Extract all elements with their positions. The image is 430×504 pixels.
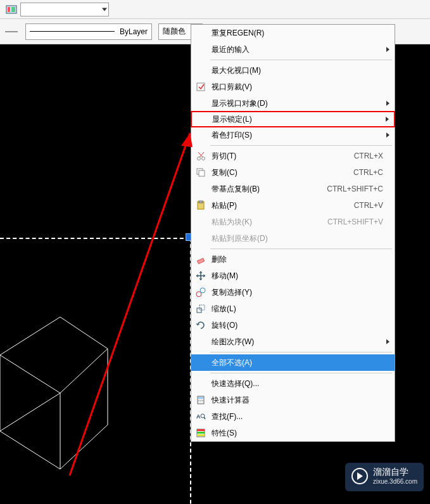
menu-separator	[210, 145, 392, 146]
crosshair-horizontal	[0, 238, 190, 239]
menu-separator	[210, 249, 392, 249]
paste-icon	[191, 200, 210, 210]
wireframe-object	[0, 298, 190, 504]
svg-rect-17	[199, 171, 205, 176]
menu-paste-to-origin: 粘贴到原坐标(D)	[191, 230, 395, 247]
svg-point-22	[200, 288, 205, 293]
menu-cut[interactable]: 剪切(T) CTRL+X	[191, 148, 395, 164]
svg-rect-26	[198, 397, 203, 399]
menu-copy-basepoint[interactable]: 带基点复制(B) CTRL+SHIFT+C	[191, 181, 395, 197]
shortcut-label: CTRL+X	[354, 152, 395, 160]
menu-copy-selection[interactable]: 复制选择(Y)	[191, 284, 395, 300]
svg-point-21	[196, 292, 201, 297]
chevron-right-icon	[386, 47, 389, 52]
linetype-icon[interactable]	[3, 25, 20, 39]
watermark-badge: 溜溜自学 zixue.3d66.com	[345, 463, 424, 491]
menu-scale[interactable]: 缩放(L)	[191, 300, 395, 317]
svg-rect-2	[11, 7, 15, 12]
shortcut-label: CTRL+V	[354, 201, 395, 210]
find-icon: A	[191, 411, 210, 422]
copy-selection-icon	[191, 287, 210, 297]
menu-find[interactable]: A 查找(F)...	[191, 408, 395, 425]
menu-recent-input[interactable]: 最近的输入	[191, 41, 395, 58]
layer-properties-icon[interactable]	[3, 3, 20, 16]
calculator-icon	[191, 395, 210, 405]
menu-viewport-clip[interactable]: 视口剪裁(V)	[191, 79, 395, 95]
layer-dropdown[interactable]	[20, 3, 109, 16]
menu-separator	[210, 352, 392, 352]
svg-rect-35	[197, 432, 205, 434]
svg-rect-34	[197, 429, 205, 431]
chevron-down-icon	[102, 8, 107, 11]
menu-separator	[210, 60, 392, 60]
clip-icon	[191, 82, 210, 92]
menu-show-lock[interactable]: 显示锁定(L)	[191, 111, 395, 127]
shortcut-label: CTRL+SHIFT+V	[327, 217, 395, 226]
scissors-icon	[191, 151, 210, 161]
menu-move[interactable]: 移动(M)	[191, 268, 395, 284]
shortcut-label: CTRL+SHIFT+C	[327, 184, 395, 193]
svg-rect-24	[199, 305, 205, 310]
chevron-right-icon	[386, 339, 389, 344]
context-menu: 重复REGEN(R) 最近的输入 最大化视口(M) 视口剪裁(V) 显示视口对象…	[191, 24, 395, 442]
toolbar-row-1	[0, 0, 430, 19]
menu-properties[interactable]: 特性(S)	[191, 425, 395, 441]
menu-copy[interactable]: 复制(C) CTRL+C	[191, 164, 395, 181]
menu-shade-plot[interactable]: 着色打印(S)	[191, 127, 395, 143]
watermark-url: zixue.3d66.com	[373, 478, 417, 485]
properties-icon	[191, 428, 210, 438]
menu-quickcalc[interactable]: 快速计算器	[191, 392, 395, 408]
play-icon	[351, 468, 368, 484]
svg-rect-27	[198, 400, 199, 401]
line-preview	[30, 31, 115, 32]
move-icon	[191, 271, 210, 281]
menu-erase[interactable]: 删除	[191, 251, 395, 268]
svg-point-12	[198, 157, 201, 160]
menu-paste-block: 粘贴为块(K) CTRL+SHIFT+V	[191, 214, 395, 230]
chevron-right-icon	[386, 132, 389, 138]
svg-rect-20	[198, 258, 205, 264]
shortcut-label: CTRL+C	[353, 168, 395, 177]
menu-maximize-viewport[interactable]: 最大化视口(M)	[191, 62, 395, 79]
erase-icon	[191, 254, 210, 264]
chevron-right-icon	[386, 101, 389, 106]
menu-deselect-all[interactable]: 全部不选(A)	[191, 354, 395, 371]
svg-rect-28	[200, 400, 201, 401]
menu-quick-select[interactable]: 快速选择(Q)...	[191, 375, 395, 392]
menu-rotate[interactable]: 旋转(O)	[191, 317, 395, 333]
svg-text:A: A	[196, 413, 201, 420]
svg-line-32	[204, 417, 205, 419]
svg-rect-29	[202, 400, 203, 401]
scale-icon	[191, 304, 210, 314]
copy-icon	[191, 167, 210, 178]
menu-regen[interactable]: 重复REGEN(R)	[191, 25, 395, 41]
linetype-label: ByLayer	[120, 27, 148, 36]
menu-show-viewport-objects[interactable]: 显示视口对象(D)	[191, 95, 395, 112]
menu-draworder[interactable]: 绘图次序(W)	[191, 333, 395, 350]
watermark-title: 溜溜自学	[373, 467, 417, 478]
svg-point-13	[202, 157, 205, 160]
svg-rect-19	[199, 201, 203, 203]
menu-paste[interactable]: 粘贴(P) CTRL+V	[191, 197, 395, 214]
linetype-dropdown[interactable]: ByLayer	[25, 23, 152, 40]
svg-rect-11	[197, 83, 205, 91]
chevron-right-icon	[386, 117, 389, 122]
menu-separator	[210, 373, 392, 373]
svg-rect-36	[197, 434, 205, 436]
color-label: 随颜色	[163, 26, 186, 37]
svg-rect-1	[8, 7, 10, 12]
rotate-icon	[191, 320, 210, 330]
